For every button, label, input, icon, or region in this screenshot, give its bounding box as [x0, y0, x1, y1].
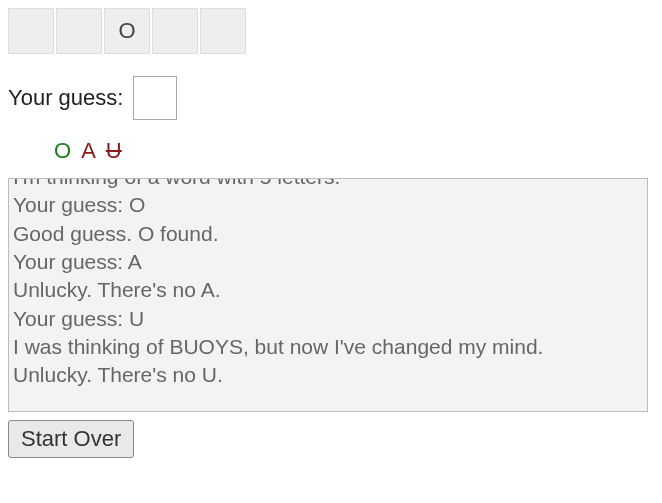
- word-row: O: [8, 8, 654, 54]
- game-log-text: I'm thinking of a word with 5 letters. Y…: [13, 178, 639, 390]
- guessed-letter: O: [54, 138, 71, 164]
- word-cell: [152, 8, 198, 54]
- word-cell: [8, 8, 54, 54]
- guess-label: Your guess:: [8, 85, 123, 111]
- word-cell: [56, 8, 102, 54]
- guessed-letters: O A U: [54, 138, 654, 164]
- start-over-button[interactable]: Start Over: [8, 420, 134, 458]
- guessed-letter: U: [106, 138, 122, 164]
- word-cell: [200, 8, 246, 54]
- guess-row: Your guess:: [8, 76, 654, 120]
- guess-input[interactable]: [133, 76, 177, 120]
- guessed-letter: A: [81, 138, 96, 164]
- word-cell: O: [104, 8, 150, 54]
- game-log[interactable]: I'm thinking of a word with 5 letters. Y…: [8, 178, 648, 412]
